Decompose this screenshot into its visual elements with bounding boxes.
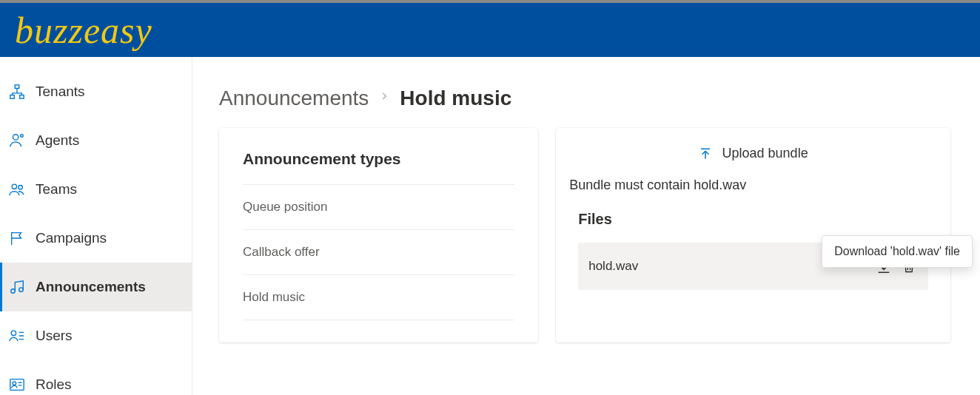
sidebar-item-label: Agents xyxy=(36,132,79,149)
svg-rect-1 xyxy=(10,95,15,99)
download-tooltip: Download 'hold.wav' file xyxy=(822,235,973,268)
sidebar: Tenants Agents Teams Campa xyxy=(0,57,192,395)
svg-point-4 xyxy=(21,135,24,138)
svg-rect-2 xyxy=(20,95,24,99)
main-content: Announcements Hold music Announcement ty… xyxy=(192,57,980,395)
upload-bundle-button[interactable]: Upload bundle xyxy=(569,146,937,178)
sidebar-item-tenants[interactable]: Tenants xyxy=(0,67,192,116)
flag-icon xyxy=(9,230,25,246)
person-icon xyxy=(9,132,25,149)
upload-icon xyxy=(699,147,712,161)
sidebar-item-label: Teams xyxy=(36,181,77,198)
svg-point-3 xyxy=(13,135,19,140)
breadcrumb-current: Hold music xyxy=(400,87,511,110)
sidebar-item-users[interactable]: Users xyxy=(0,311,192,360)
sidebar-item-campaigns[interactable]: Campaigns xyxy=(0,214,192,263)
card-title: Announcement types xyxy=(243,150,514,185)
svg-point-7 xyxy=(11,289,16,294)
bundle-note: Bundle must contain hold.wav xyxy=(569,178,937,211)
profile-icon xyxy=(9,377,25,393)
sidebar-item-agents[interactable]: Agents xyxy=(0,116,192,165)
svg-rect-10 xyxy=(10,379,24,391)
sidebar-item-label: Users xyxy=(36,328,73,344)
files-title: Files xyxy=(578,211,928,228)
music-icon xyxy=(9,279,25,295)
sidebar-item-roles[interactable]: Roles xyxy=(0,360,192,395)
type-item-callback-offer[interactable]: Callback offer xyxy=(243,230,514,275)
main-layout: Tenants Agents Teams Campa xyxy=(0,57,980,395)
svg-rect-0 xyxy=(15,85,19,89)
sidebar-item-label: Campaigns xyxy=(36,230,107,246)
sidebar-item-label: Announcements xyxy=(36,279,146,295)
breadcrumb: Announcements Hold music xyxy=(219,87,950,110)
people-icon xyxy=(9,181,25,198)
announcement-types-card: Announcement types Queue position Callba… xyxy=(219,128,538,342)
app-logo: buzzeasy xyxy=(15,9,152,52)
breadcrumb-parent[interactable]: Announcements xyxy=(219,87,369,110)
upload-bundle-label: Upload bundle xyxy=(722,146,808,161)
user-list-icon xyxy=(9,328,25,344)
panels: Announcement types Queue position Callba… xyxy=(219,128,950,342)
sitemap-icon xyxy=(9,84,25,100)
type-item-hold-music[interactable]: Hold music xyxy=(243,275,514,320)
svg-point-6 xyxy=(19,186,23,190)
svg-point-9 xyxy=(11,331,16,335)
chevron-right-icon xyxy=(379,88,389,109)
type-item-queue-position[interactable]: Queue position xyxy=(243,185,514,230)
svg-point-5 xyxy=(12,184,16,189)
sidebar-item-label: Tenants xyxy=(36,84,85,100)
svg-point-11 xyxy=(13,382,16,385)
sidebar-item-teams[interactable]: Teams xyxy=(0,165,192,214)
upload-card: Upload bundle Bundle must contain hold.w… xyxy=(556,128,950,342)
app-header: buzzeasy xyxy=(0,3,980,57)
sidebar-item-label: Roles xyxy=(36,377,72,393)
sidebar-item-announcements[interactable]: Announcements xyxy=(0,263,192,311)
svg-point-8 xyxy=(19,288,24,292)
